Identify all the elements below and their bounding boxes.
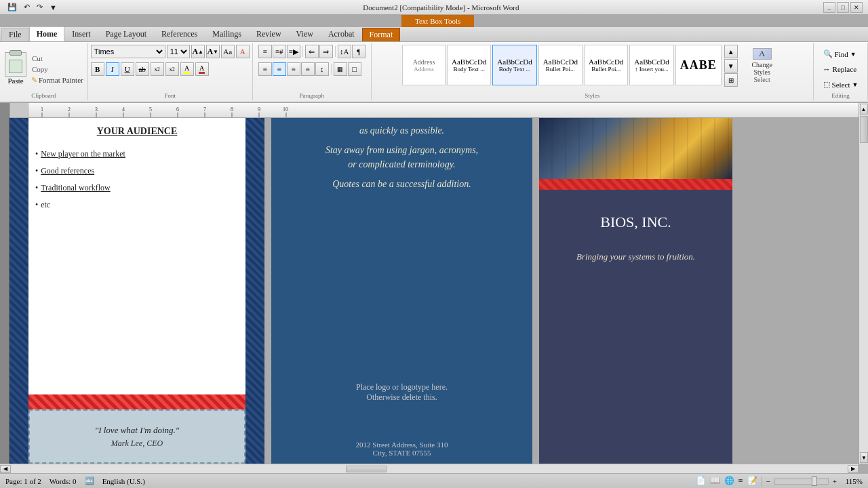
multilevel-button[interactable]: ≡▶ xyxy=(287,45,300,58)
line-spacing-button[interactable]: ↕ xyxy=(315,62,329,76)
save-button[interactable]: 💾 xyxy=(5,3,19,12)
zoom-slider[interactable] xyxy=(774,478,829,485)
borders-button[interactable]: □ xyxy=(348,62,361,76)
shading-button[interactable]: ▦ xyxy=(334,62,347,76)
find-button[interactable]: 🔍 Find ▼ xyxy=(820,47,862,60)
clear-format-button[interactable]: A xyxy=(236,45,250,58)
format-painter-button[interactable]: ✎ Format Painter xyxy=(30,75,85,85)
tab-page-layout[interactable]: Page Layout xyxy=(98,26,154,41)
language[interactable]: English (U.S.) xyxy=(102,477,145,485)
paste-button[interactable]: Paste xyxy=(3,50,28,87)
change-case-button[interactable]: Aa xyxy=(221,45,235,58)
font-label: Font xyxy=(88,92,252,99)
styles-scroll-up[interactable]: ▲ xyxy=(724,45,738,58)
panel2-addr1: 2012 Street Address, Suite 310 xyxy=(285,441,519,449)
svg-text:7: 7 xyxy=(203,106,206,113)
indent-less-button[interactable]: ⇐ xyxy=(305,45,319,58)
shrink-font-button[interactable]: A▼ xyxy=(206,45,220,58)
subscript-button[interactable]: x2 xyxy=(151,62,164,76)
styles-more[interactable]: ⊞ xyxy=(724,73,738,87)
cut-button[interactable]: Cut xyxy=(30,54,85,63)
view-print[interactable]: 📄 xyxy=(696,476,706,486)
align-center-button[interactable]: ≡ xyxy=(273,62,286,76)
align-right-button[interactable]: ≡ xyxy=(287,62,300,76)
word-count: Words: 0 xyxy=(50,477,77,485)
tab-review[interactable]: Review xyxy=(249,26,289,41)
undo-button[interactable]: ↶ xyxy=(22,3,32,12)
minimize-button[interactable]: _ xyxy=(823,2,835,13)
zoom-in-button[interactable]: + xyxy=(833,477,837,485)
style-bodytext2[interactable]: AaBbCcDd Body Text ... xyxy=(492,45,536,85)
quick-access-dropdown[interactable]: ▼ xyxy=(47,3,59,12)
tab-mailings[interactable]: Mailings xyxy=(205,26,249,41)
font-name-select[interactable]: Times xyxy=(91,45,165,58)
view-draft[interactable]: 📝 xyxy=(747,476,757,486)
tab-references[interactable]: References xyxy=(154,26,205,41)
bullet-3: •Traditional workflow xyxy=(35,183,239,193)
panel3-photo xyxy=(539,118,732,179)
font-color-button[interactable]: A xyxy=(195,62,209,76)
panel1-quote-box[interactable]: "I love what I'm doing." Mark Lee, CEO xyxy=(28,409,245,464)
style-insertyou[interactable]: AaBbCcDd ↑ Insert you... xyxy=(629,45,673,85)
horizontal-scrollbar[interactable]: ◀ ▶ xyxy=(0,464,859,473)
numbering-button[interactable]: ≡# xyxy=(273,45,286,58)
restore-button[interactable]: □ xyxy=(837,2,849,13)
grow-font-button[interactable]: A▲ xyxy=(191,45,205,58)
zoom-out-button[interactable]: − xyxy=(766,477,770,485)
change-styles-button[interactable]: A Change Styles Select xyxy=(742,45,783,87)
indent-more-button[interactable]: ⇒ xyxy=(319,45,333,58)
panel3-company: BIOS, INC. xyxy=(539,190,732,238)
style-bulletpoi2[interactable]: AaBbCcDd Bullet Poi... xyxy=(584,45,628,85)
select-button[interactable]: ⬚ Select ▼ xyxy=(820,78,862,91)
textboxtab-indicator: Text Box Tools xyxy=(401,15,474,27)
show-marks-button[interactable]: ¶ xyxy=(352,45,366,58)
tab-acrobat[interactable]: Acrobat xyxy=(321,26,362,41)
strikethrough-button[interactable]: ab xyxy=(136,62,149,76)
tab-home[interactable]: Home xyxy=(29,26,65,41)
panel2-text2: Stay away from using jargon, acronyms, xyxy=(286,143,517,157)
quote-attr: Mark Lee, CEO xyxy=(111,439,163,449)
justify-button[interactable]: ≡ xyxy=(301,62,315,76)
svg-text:3: 3 xyxy=(95,106,98,113)
tab-view[interactable]: View xyxy=(289,26,321,41)
view-web[interactable]: 🌐 xyxy=(724,476,734,486)
view-full-reading[interactable]: 📖 xyxy=(710,476,720,486)
bullet-2: •Good references xyxy=(35,166,239,176)
underline-button[interactable]: U xyxy=(121,62,134,76)
superscript-button[interactable]: x2 xyxy=(165,62,179,76)
align-left-button[interactable]: ≡ xyxy=(258,62,272,76)
spell-check-icon[interactable]: 🔤 xyxy=(85,476,94,485)
view-outline[interactable]: ≡ xyxy=(738,476,743,486)
redo-button[interactable]: ↷ xyxy=(35,3,45,12)
paste-label: Paste xyxy=(7,77,23,85)
font-size-select[interactable]: 11 xyxy=(167,45,190,58)
window-title: Document2 [Compatibility Mode] - Microso… xyxy=(59,3,823,12)
svg-text:9: 9 xyxy=(258,106,260,113)
style-address[interactable]: Address Address xyxy=(402,45,446,85)
bullet-4: •etc xyxy=(35,200,239,210)
panel2-text1: as quickly as possible. xyxy=(286,123,517,138)
editing-label: Editing xyxy=(814,92,867,99)
tab-file[interactable]: File xyxy=(1,28,29,41)
panel1-title: YOUR AUDIENCE xyxy=(28,118,245,146)
bold-button[interactable]: B xyxy=(91,62,104,76)
style-bulletpoi1[interactable]: AaBbCcDd Bullet Poi... xyxy=(538,45,583,85)
style-aabe[interactable]: AABE xyxy=(675,45,722,85)
close-button[interactable]: ✕ xyxy=(850,2,863,13)
page-panel-center: as quickly as possible. Stay away from u… xyxy=(271,118,532,464)
style-bodytext1[interactable]: AaBbCcDd Body Text ... xyxy=(447,45,491,85)
copy-button[interactable]: Copy xyxy=(30,64,85,74)
sort-button[interactable]: ↕A xyxy=(338,45,351,58)
replace-button[interactable]: ↔ Replace xyxy=(820,63,862,75)
window-controls[interactable]: _ □ ✕ xyxy=(823,2,863,13)
zoom-level[interactable]: 115% xyxy=(841,477,863,485)
text-highlight-button[interactable]: A xyxy=(180,62,194,76)
quick-access-toolbar[interactable]: 💾 ↶ ↷ ▼ xyxy=(5,3,59,12)
bullets-button[interactable]: ≡ xyxy=(258,45,272,58)
tab-format[interactable]: Format xyxy=(362,28,401,41)
tab-insert[interactable]: Insert xyxy=(64,26,98,41)
styles-scroll-down[interactable]: ▼ xyxy=(724,59,738,73)
vertical-scrollbar[interactable]: ▲ ▼ xyxy=(859,103,868,464)
panel2-address: 2012 Street Address, Suite 310 City, STA… xyxy=(285,441,519,457)
italic-button[interactable]: I xyxy=(106,62,119,76)
